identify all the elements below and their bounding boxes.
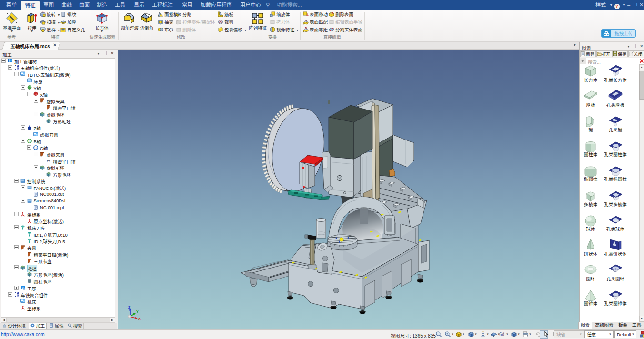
- svg-text:B: B: [28, 139, 30, 143]
- svg-text:X: X: [138, 317, 141, 320]
- svg-text:6d: 6d: [499, 332, 504, 337]
- svg-text:Z: Z: [128, 306, 131, 309]
- svg-text:C: C: [34, 145, 37, 150]
- svg-text:Y: Y: [136, 310, 139, 313]
